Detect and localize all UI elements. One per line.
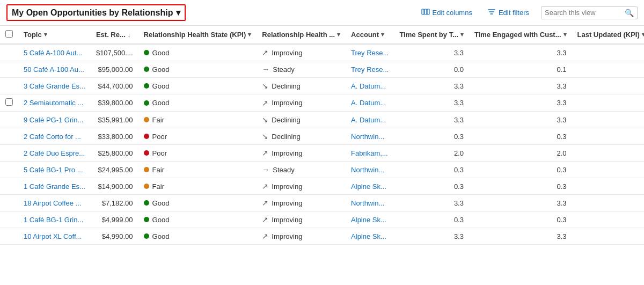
row-time-spent: 2.0 [394, 145, 469, 162]
col-header-time-spent[interactable]: Time Spent by T... ▾ [394, 26, 469, 44]
row-checkbox-cell [0, 112, 18, 128]
account-link[interactable]: A. Datum... [351, 82, 386, 90]
account-link[interactable]: Northwin... [351, 166, 384, 174]
row-est-revenue: $35,991.00 [91, 112, 138, 128]
row-topic[interactable]: 1 Café Grande Es... [18, 178, 91, 195]
col-header-account[interactable]: Account ▾ [346, 26, 394, 44]
row-account[interactable]: A. Datum... [346, 78, 394, 94]
topic-link[interactable]: 3 Café Grande Es... [24, 82, 85, 90]
row-checkbox-cell [0, 178, 18, 195]
row-checkbox-cell [0, 145, 18, 162]
kpi-label: Good [152, 216, 170, 224]
topic-link[interactable]: 5 Café A-100 Aut... [24, 49, 82, 57]
row-account[interactable]: Alpine Sk... [346, 228, 394, 245]
row-account[interactable]: A. Datum... [346, 94, 394, 112]
topic-link[interactable]: 5 Café BG-1 Pro ... [24, 166, 83, 174]
row-topic[interactable]: 2 Semiautomatic ... [18, 94, 91, 112]
row-account[interactable]: Fabrikam,... [346, 145, 394, 162]
row-time-engaged: 3.3 [469, 44, 572, 61]
topic-link[interactable]: 18 Airpot Coffee ... [24, 199, 81, 207]
row-kpi-trend: ↗Improving [257, 44, 346, 61]
edit-columns-button[interactable]: Edit columns [418, 5, 475, 20]
account-link[interactable]: Alpine Sk... [351, 216, 386, 224]
row-account[interactable]: A. Datum... [346, 112, 394, 128]
row-checkbox[interactable] [5, 98, 13, 106]
kpi-label: Good [152, 99, 170, 107]
account-link[interactable]: A. Datum... [351, 116, 386, 124]
row-est-revenue: $14,900.00 [91, 178, 138, 195]
page-title-container: My Open Opportunities by Relationship ▾ [6, 4, 186, 21]
col-header-last-updated[interactable]: Last Updated (KPI) ▾ [572, 26, 644, 44]
account-link[interactable]: Northwin... [351, 199, 384, 207]
row-account[interactable]: Trey Rese... [346, 44, 394, 61]
kpi-label: Good [152, 49, 170, 57]
title-chevron[interactable]: ▾ [176, 8, 180, 18]
topic-link[interactable]: 1 Café BG-1 Grin... [24, 216, 83, 224]
row-topic[interactable]: 50 Café A-100 Au... [18, 61, 91, 78]
account-link[interactable]: A. Datum... [351, 99, 386, 107]
col-header-kpi-state[interactable]: Relationship Health State (KPI) ▾ [138, 26, 257, 44]
row-time-engaged: 3.3 [469, 94, 572, 112]
trend-label: Declining [272, 82, 300, 90]
table-body: 5 Café A-100 Aut...$107,500....Good↗Impr… [0, 44, 644, 245]
search-input[interactable] [545, 9, 621, 17]
row-time-spent: 0.3 [394, 178, 469, 195]
trend-label: Declining [272, 116, 300, 124]
row-account[interactable]: Northwin... [346, 128, 394, 145]
row-topic[interactable]: 1 Café BG-1 Grin... [18, 211, 91, 228]
account-link[interactable]: Alpine Sk... [351, 182, 386, 191]
time-engaged-sort-icon: ▾ [564, 31, 567, 38]
row-topic[interactable]: 2 Café Duo Espre... [18, 145, 91, 162]
kpi-dot [144, 233, 149, 239]
topic-link[interactable]: 2 Café Duo Espre... [24, 149, 85, 157]
col-header-est-revenue[interactable]: Est. Re... ↓ [91, 26, 138, 44]
edit-filters-button[interactable]: Edit filters [484, 5, 532, 20]
topic-link[interactable]: 50 Café A-100 Au... [24, 65, 84, 74]
table-row: 9 Café PG-1 Grin...$35,991.00Fair↘Declin… [0, 112, 644, 128]
account-link[interactable]: Alpine Sk... [351, 232, 386, 240]
table-container: Topic ▾ Est. Re... ↓ Relationship Health… [0, 26, 644, 245]
row-topic[interactable]: 10 Airpot XL Coff... [18, 228, 91, 245]
row-kpi-state: Good [138, 61, 257, 78]
row-topic[interactable]: 5 Café BG-1 Pro ... [18, 162, 91, 178]
col-header-kpi-trend[interactable]: Relationship Health ... ▾ [257, 26, 346, 44]
row-topic[interactable]: 9 Café PG-1 Grin... [18, 112, 91, 128]
row-time-spent: 3.3 [394, 78, 469, 94]
col-header-topic[interactable]: Topic ▾ [18, 26, 91, 44]
topic-link[interactable]: 9 Café PG-1 Grin... [24, 116, 83, 124]
row-checkbox-cell [0, 44, 18, 61]
row-account[interactable]: Northwin... [346, 195, 394, 211]
table-row: 2 Semiautomatic ...$39,800.00Good↗Improv… [0, 94, 644, 112]
row-last-updated [572, 112, 644, 128]
row-topic[interactable]: 2 Café Corto for ... [18, 128, 91, 145]
row-est-revenue: $24,995.00 [91, 162, 138, 178]
row-account[interactable]: Trey Rese... [346, 61, 394, 78]
row-account[interactable]: Northwin... [346, 162, 394, 178]
row-account[interactable]: Alpine Sk... [346, 211, 394, 228]
table-row: 1 Café Grande Es...$14,900.00Fair↗Improv… [0, 178, 644, 195]
account-link[interactable]: Trey Rese... [351, 49, 389, 57]
page-title: My Open Opportunities by Relationship [12, 8, 173, 18]
row-topic[interactable]: 3 Café Grande Es... [18, 78, 91, 94]
col-header-time-engaged[interactable]: Time Engaged with Cust... ▾ [469, 26, 572, 44]
trend-icon: ↗ [262, 48, 268, 57]
row-topic[interactable]: 18 Airpot Coffee ... [18, 195, 91, 211]
col-header-checkbox [0, 26, 18, 44]
account-link[interactable]: Fabrikam,... [351, 149, 388, 157]
topic-link[interactable]: 2 Semiautomatic ... [24, 99, 83, 107]
row-topic[interactable]: 5 Café A-100 Aut... [18, 44, 91, 61]
topic-link[interactable]: 1 Café Grande Es... [24, 182, 85, 191]
row-time-engaged: 0.3 [469, 128, 572, 145]
row-kpi-state: Good [138, 78, 257, 94]
account-link[interactable]: Trey Rese... [351, 65, 389, 74]
row-time-spent: 3.3 [394, 44, 469, 61]
topic-link[interactable]: 10 Airpot XL Coff... [24, 232, 82, 240]
topic-link[interactable]: 2 Café Corto for ... [24, 133, 81, 141]
row-account[interactable]: Alpine Sk... [346, 178, 394, 195]
row-est-revenue: $107,500.... [91, 44, 138, 61]
account-link[interactable]: Northwin... [351, 133, 384, 141]
kpi-label: Poor [152, 149, 167, 157]
trend-icon: ↗ [262, 149, 268, 157]
select-all-checkbox[interactable] [5, 30, 13, 38]
col-last-updated-label: Last Updated (KPI) [577, 31, 640, 39]
